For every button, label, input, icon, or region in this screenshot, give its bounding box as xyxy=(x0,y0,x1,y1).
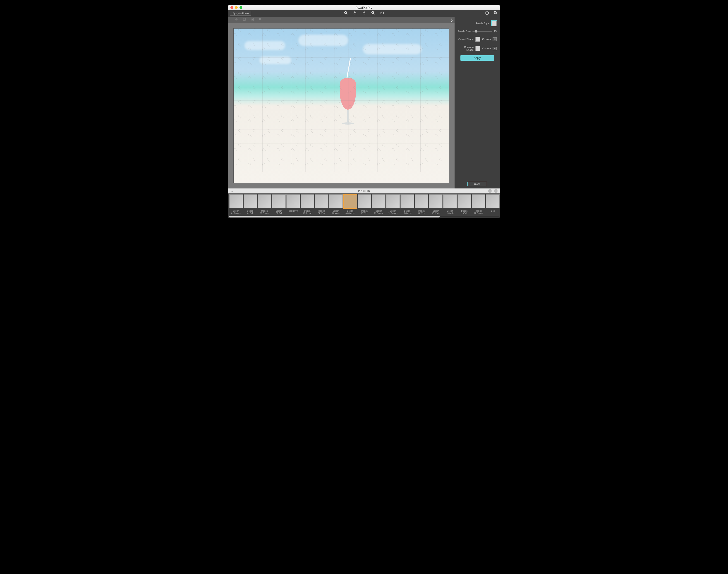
puzzle-size-label: Puzzle Size xyxy=(458,30,471,33)
preset-thumbnail[interactable] xyxy=(372,194,385,208)
preset-label: Design15 Wide xyxy=(446,210,454,214)
preset-thumbnail[interactable] xyxy=(429,194,443,208)
preset-thumbnail[interactable] xyxy=(358,194,371,208)
apply-to-photo-button[interactable]: Apply to Photo xyxy=(230,11,251,16)
settings-icon[interactable] xyxy=(493,11,497,16)
preset-label: Design07 Square xyxy=(303,210,312,214)
cutout-custom-label: Custom xyxy=(482,38,491,41)
mask-tool-icon[interactable] xyxy=(251,18,254,22)
preset-thumbnail[interactable] xyxy=(401,194,414,208)
preset-thumbnail[interactable] xyxy=(443,194,457,208)
preset-item[interactable]: Design02 Tall xyxy=(272,194,286,218)
puzzle-size-slider[interactable] xyxy=(472,31,492,32)
preset-thumbnail[interactable] xyxy=(286,194,300,208)
apply-button[interactable]: Apply xyxy=(460,55,494,61)
preset-label: Design15 White xyxy=(432,210,440,214)
presets-scrollbar-thumb[interactable] xyxy=(229,216,440,217)
presets-scrollbar[interactable] xyxy=(229,216,499,217)
preset-item[interactable]: Design12 Square xyxy=(386,194,400,218)
svg-point-1 xyxy=(252,19,253,20)
preset-thumbnail[interactable] xyxy=(329,194,343,208)
preset-label: Design14 Wide xyxy=(418,210,425,214)
preset-item[interactable]: Design09 Wide xyxy=(357,194,371,218)
preset-label: Design07 Wide xyxy=(318,210,325,214)
app-window: PuzziPix Pro Apply to Photo xyxy=(228,5,500,218)
preset-item[interactable]: Design08 Wide xyxy=(329,194,343,218)
preset-label: Design02 Tall xyxy=(276,210,282,214)
preset-item[interactable]: Design01 Tall xyxy=(243,194,257,218)
preset-thumbnail[interactable] xyxy=(243,194,257,208)
puzzle-style-swatch[interactable] xyxy=(492,21,497,26)
preset-item[interactable]: Design16 Tall xyxy=(457,194,471,218)
canvas-area xyxy=(228,23,455,189)
canvas-toolbar: ❯ xyxy=(228,17,455,23)
preset-thumbnail[interactable] xyxy=(386,194,400,208)
preset-thumbnail[interactable] xyxy=(258,194,271,208)
preset-thumbnail[interactable] xyxy=(344,194,357,208)
preset-thumbnail[interactable] xyxy=(415,194,428,208)
preset-label: Design17 Square xyxy=(474,210,484,214)
conform-custom-button[interactable] xyxy=(493,47,497,50)
preset-label: Design13 Square xyxy=(403,210,412,214)
preset-label: Design08 Wide xyxy=(332,210,339,214)
window-title: PuzziPix Pro xyxy=(228,6,500,9)
image-canvas[interactable] xyxy=(234,29,449,183)
preset-thumbnail[interactable] xyxy=(315,194,328,208)
preset-thumbnail[interactable] xyxy=(229,194,243,208)
hint-tool-icon[interactable] xyxy=(258,18,262,22)
preset-thumbnail[interactable] xyxy=(457,194,471,208)
preset-thumbnail[interactable] xyxy=(486,194,500,208)
puzzle-style-label: Puzzle Style xyxy=(458,22,489,25)
fit-screen-icon[interactable] xyxy=(380,11,384,16)
preset-label: Design09 Square xyxy=(346,210,355,214)
conform-shape-swatch[interactable] xyxy=(475,46,481,51)
preset-label: Des xyxy=(491,210,495,212)
preset-item[interactable]: Design17 Square xyxy=(472,194,486,218)
preset-item[interactable]: Design01 Square xyxy=(229,194,243,218)
puzzle-size-value: 25 xyxy=(494,30,497,33)
preset-label: Design02 Square xyxy=(260,210,269,214)
presets-header: ⌄ PRESETS + − xyxy=(228,189,500,194)
info-icon[interactable] xyxy=(485,11,489,16)
redo-icon[interactable] xyxy=(362,11,366,16)
preset-item[interactable]: Design02 Square xyxy=(258,194,271,218)
preset-label: Design01 Tall xyxy=(247,210,254,214)
preset-item[interactable]: Design14 Wide xyxy=(415,194,428,218)
preset-item[interactable]: Design07 Wide xyxy=(315,194,328,218)
preset-item[interactable]: Design07 Square xyxy=(301,194,314,218)
close-button[interactable]: Close xyxy=(467,182,487,186)
sidebar: Auto Generate Puzzle Style Puzzle Size 2… xyxy=(455,17,500,189)
presets-title: PRESETS xyxy=(228,190,500,192)
preset-item[interactable]: Design13 Square xyxy=(401,194,414,218)
preset-item[interactable]: Design15 White xyxy=(429,194,443,218)
preset-label: Design12 Square xyxy=(388,210,398,214)
slider-thumb[interactable] xyxy=(475,30,477,33)
preset-label: Design11 Square xyxy=(374,210,383,214)
conform-custom-label: Custom xyxy=(482,47,491,50)
preset-item[interactable]: Design 03 xyxy=(286,194,300,218)
main-toolbar: Apply to Photo xyxy=(228,10,500,17)
cutout-shape-label: Cutout Shape xyxy=(458,38,473,41)
preset-item[interactable]: Design15 Wide xyxy=(443,194,457,218)
preset-label: Design 03 xyxy=(288,210,298,212)
preset-label: Design16 Tall xyxy=(461,210,467,214)
preset-label: Design01 Square xyxy=(231,210,241,214)
preset-item[interactable]: Des xyxy=(486,194,500,218)
conform-shape-label: Conform Shape xyxy=(458,46,473,51)
preset-item[interactable]: Design11 Square xyxy=(372,194,385,218)
zoom-out-icon[interactable] xyxy=(371,11,375,16)
collapse-sidebar-icon[interactable]: ❯ xyxy=(451,18,453,22)
titlebar: PuzziPix Pro xyxy=(228,5,500,10)
cutout-shape-swatch[interactable] xyxy=(475,37,481,42)
preset-thumbnail[interactable] xyxy=(301,194,314,208)
zoom-in-icon[interactable] xyxy=(344,11,348,16)
preset-label: Design09 Wide xyxy=(361,210,368,214)
crop-tool-icon[interactable] xyxy=(243,18,246,22)
move-tool-icon[interactable] xyxy=(235,18,239,22)
preset-item[interactable]: Design09 Square xyxy=(343,194,357,218)
preset-thumbnail[interactable] xyxy=(472,194,485,208)
cutout-custom-button[interactable] xyxy=(493,37,497,41)
undo-icon[interactable] xyxy=(353,11,357,16)
preset-thumbnail[interactable] xyxy=(272,194,286,208)
presets-strip[interactable]: Design01 SquareDesign01 TallDesign02 Squ… xyxy=(228,194,500,218)
